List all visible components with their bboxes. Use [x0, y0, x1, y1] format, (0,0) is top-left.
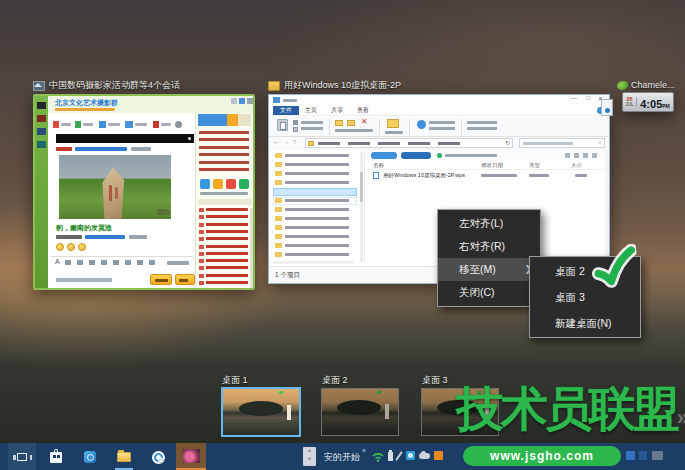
delete-icon: ✕ — [361, 117, 368, 126]
menu-label: 新建桌面(N) — [555, 317, 612, 329]
file-explorer-button[interactable] — [110, 443, 138, 470]
address-breadcrumb: ↻ — [305, 138, 513, 148]
minimize-icon: — — [571, 95, 577, 101]
qq-ad-banner — [56, 134, 194, 143]
tab-view: 查看 — [357, 106, 369, 115]
divider — [51, 256, 193, 257]
q-browser-button[interactable] — [144, 443, 172, 470]
utility-window-fragment[interactable] — [601, 99, 613, 116]
menu-item-snap-right[interactable]: 右对齐(R) — [438, 235, 540, 258]
chameleon-clock-widget[interactable]: 26 JUL 4:05PM — [622, 92, 674, 112]
maximize-icon — [239, 98, 245, 104]
select-group-placeholder — [467, 121, 497, 131]
text-placeholder — [167, 261, 189, 265]
album-icon — [99, 121, 106, 128]
photo-thumbnail-icon — [183, 449, 200, 463]
clock-time: 4:05 — [640, 98, 662, 110]
refresh-icon: ↻ — [505, 139, 510, 146]
divider — [461, 119, 462, 135]
blue-dot-icon — [605, 108, 610, 113]
wps-document-icon — [373, 172, 379, 179]
orange-app-icon — [434, 451, 443, 460]
tree-silhouette — [239, 401, 283, 416]
file-name: 用好Windows 10虚拟桌面-2P.wps — [383, 172, 465, 179]
task-view-screen: 中国数码摄影家活动群等4个会话 用好Windows 10虚拟桌面-2P Cham… — [0, 0, 685, 470]
date-placeholder — [481, 174, 517, 177]
store-button[interactable] — [42, 443, 70, 470]
desktop2-thumbnail[interactable] — [321, 388, 399, 436]
qq-thumbnail-label: 中国数码摄影家活动群等4个会话 — [33, 79, 180, 92]
menu-label: 关闭(C) — [459, 286, 495, 298]
minimize-icon — [231, 98, 237, 104]
light-reflection — [287, 405, 291, 420]
watermark-url-pill: www.jsgho.com — [463, 446, 621, 466]
close-session-button — [175, 274, 195, 285]
chevron-up-icon: ˄ — [303, 447, 316, 456]
tree-folder-icons-placeholder — [275, 153, 282, 261]
submenu-item-new-desktop[interactable]: 新建桌面(N) — [530, 310, 640, 336]
panel-ad-banner — [198, 114, 251, 126]
menu-label: 桌面 2 — [555, 265, 585, 277]
menu-item-move-to[interactable]: 移至(M) ❯ — [438, 258, 540, 281]
search-box: ⌕ — [519, 138, 605, 148]
back-icon: ← — [273, 138, 280, 145]
window-icon — [273, 97, 280, 103]
menu-label: 右对齐(R) — [459, 240, 505, 252]
up-icon: ↑ — [293, 138, 297, 145]
text-placeholder — [61, 123, 71, 126]
qq-side-panel — [195, 113, 253, 288]
desktop1-thumbnail[interactable] — [221, 387, 301, 437]
tray-more-chevrons: » — [362, 447, 366, 454]
app-icon — [200, 179, 210, 189]
emoji-icon — [67, 243, 75, 251]
copy-icon — [293, 127, 298, 132]
desktop1-label: 桌面 1 — [222, 374, 248, 387]
link-placeholder — [75, 147, 127, 151]
text-placeholder — [83, 123, 93, 126]
search-icon: ⌕ — [599, 139, 602, 146]
column-date: 修改日期 — [481, 162, 503, 169]
menu-item-snap-left[interactable]: 左对齐(L) — [438, 212, 540, 235]
share-icon — [75, 121, 81, 128]
pen-icon — [395, 451, 402, 460]
pane-toolbar — [365, 150, 605, 161]
app-icon — [239, 179, 249, 189]
qq-bottom-bar — [56, 274, 196, 286]
type-placeholder — [529, 174, 549, 177]
text-placeholder — [161, 123, 171, 126]
chameleon-icon — [617, 81, 628, 90]
link-placeholder — [85, 235, 125, 239]
show-hidden-icons-button[interactable]: ˄ ˅ — [303, 447, 316, 466]
text-placeholder — [56, 235, 82, 239]
tree-labels-placeholder — [285, 154, 349, 262]
task-view-icon-left — [13, 455, 16, 460]
wifi-icon — [372, 451, 384, 462]
tab-home: 主页 — [305, 106, 317, 115]
task-view-button[interactable] — [8, 443, 36, 470]
folder-icon — [308, 141, 314, 146]
selected-tree-item — [273, 188, 357, 196]
watermark-url: www.jsgho.com — [490, 449, 594, 463]
sync-app-icon — [406, 451, 415, 460]
app-icon — [226, 179, 236, 189]
qq-chat-window-thumbnail[interactable]: 北京文化艺术摄影群 — [33, 94, 255, 290]
browser-button[interactable] — [76, 443, 104, 470]
text-placeholder — [55, 108, 115, 111]
text-placeholder — [200, 192, 248, 195]
menu-item-close[interactable]: 关闭(C) — [438, 281, 540, 304]
file-explorer-icon — [117, 452, 131, 462]
clock-time-block: 4:05PM — [637, 93, 673, 112]
explorer-window-title: 用好Windows 10虚拟桌面-2P — [284, 79, 401, 92]
photos-app-button[interactable] — [176, 443, 206, 470]
view-icons-placeholder — [565, 153, 599, 158]
maximize-icon: □ — [586, 95, 590, 101]
desktop2-label: 桌面 2 — [322, 374, 348, 387]
inscription-placeholder — [115, 187, 118, 199]
file-row: 用好Windows 10虚拟桌面-2P.wps — [365, 171, 605, 180]
address-bar-row: ← → ↑ ↻ ⌕ — [269, 137, 609, 150]
text-placeholder — [108, 123, 120, 126]
cloud-icon — [419, 453, 430, 459]
qq-link-line — [56, 147, 188, 151]
tray-app-icon — [639, 451, 647, 460]
tray-toolbar-label: 安的开始 — [324, 451, 360, 464]
